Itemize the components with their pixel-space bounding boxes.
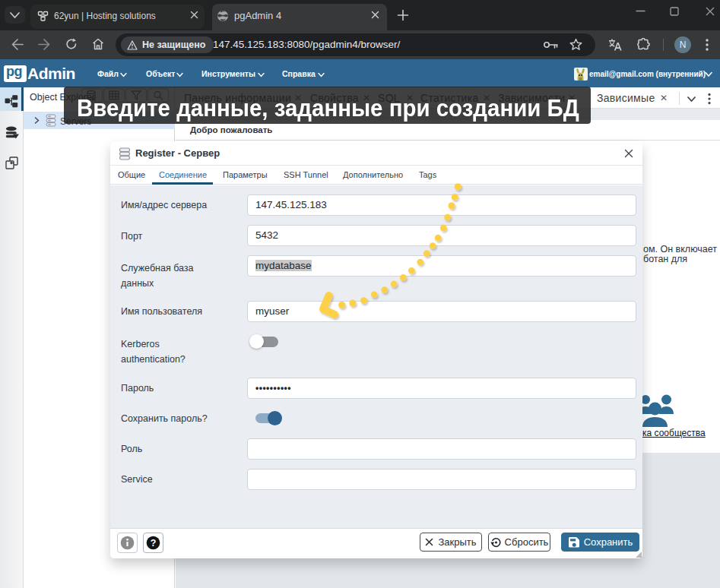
svg-text:?: ? <box>151 538 157 548</box>
